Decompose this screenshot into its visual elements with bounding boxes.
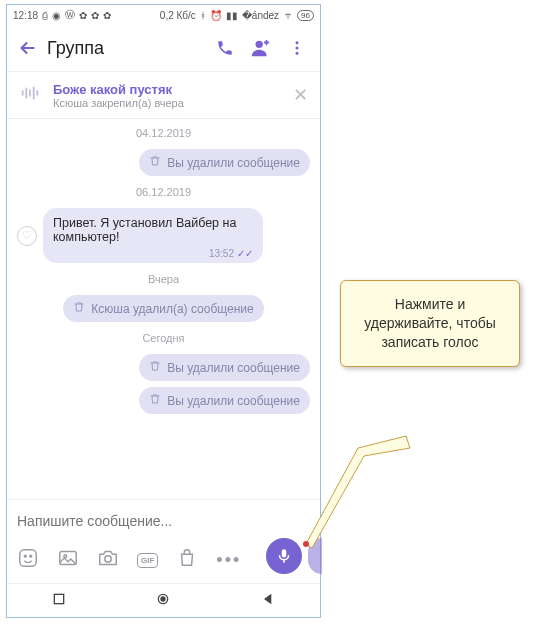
message-bubble[interactable]: Привет. Я установил Вайбер на компьютер!… [43,208,263,263]
svg-point-2 [296,47,299,50]
pinned-close-button[interactable]: ✕ [293,84,308,106]
deleted-label: Вы удалили сообщение [167,361,300,375]
nav-back[interactable] [260,591,276,611]
voice-wave-icon [19,82,41,108]
svg-point-12 [161,597,165,601]
pinned-message[interactable]: Боже какой пустяк Ксюша закрепил(а) вчер… [7,71,320,119]
trash-icon [149,360,161,375]
shop-button[interactable] [176,547,198,573]
like-button[interactable]: ♡ [17,226,37,246]
trash-icon [73,301,85,316]
attachment-row: GIF ••• [7,537,320,583]
add-user-button[interactable] [250,37,272,59]
signal-icon: ▮▮ [226,10,238,21]
camera-button[interactable] [97,547,119,573]
deleted-label: Ксюша удалил(а) сообщение [91,302,253,316]
deleted-message-bubble[interactable]: Вы удалили сообщение [139,354,310,381]
svg-point-1 [296,41,299,44]
status-bar: 12:18 ⎙ ◉ Ⓦ ✿ ✿ ✿ 0,2 Кб/с ᚼ ⏰ ▮▮ �ández… [7,5,320,25]
date-chip: 06.12.2019 [17,186,310,198]
read-receipt-icon: ✓✓ [237,248,253,259]
pinned-subtitle: Ксюша закрепил(а) вчера [53,97,281,109]
deleted-label: Вы удалили сообщение [167,156,300,170]
deleted-message-bubble[interactable]: Вы удалили сообщение [139,149,310,176]
app-bar: Группа [7,25,320,71]
alarm-icon: ⏰ [210,10,222,21]
date-chip: Сегодня [17,332,310,344]
wifi-icon-svg [283,10,293,20]
svg-rect-4 [20,550,37,567]
misc-icon: ✿ [103,10,111,21]
svg-point-0 [256,41,263,48]
android-navbar [7,583,320,617]
gif-button[interactable]: GIF [137,553,158,568]
gallery-button[interactable] [57,547,79,573]
chat-area: 04.12.2019 Вы удалили сообщение 06.12.20… [7,119,320,499]
sticker-button[interactable] [17,547,39,573]
phone-frame: 12:18 ⎙ ◉ Ⓦ ✿ ✿ ✿ 0,2 Кб/с ᚼ ⏰ ▮▮ �ández… [6,4,321,618]
send-button-edge[interactable] [308,538,322,574]
chat-title[interactable]: Группа [47,38,214,59]
date-chip: Вчера [17,273,310,285]
message-input[interactable] [17,513,310,529]
call-button[interactable] [214,37,236,59]
sync-icon: ✿ [91,10,99,21]
menu-button[interactable] [286,37,308,59]
svg-point-5 [24,555,26,557]
svg-rect-10 [54,594,63,603]
svg-point-6 [30,555,32,557]
battery-badge: 96 [297,10,314,21]
pinned-title: Боже какой пустяк [53,82,281,97]
deleted-message-bubble[interactable]: Вы удалили сообщение [139,387,310,414]
composer [7,499,320,537]
settings-icon: ✿ [79,10,87,21]
whatsapp-icon: ◉ [52,10,61,21]
message-time: 13:52 [209,248,234,259]
nav-home[interactable] [155,591,171,611]
svg-point-3 [296,52,299,55]
status-left: 12:18 ⎙ ◉ Ⓦ ✿ ✿ ✿ [13,8,111,22]
tooltip-callout: Нажмите и удерживайте, чтобы записать го… [340,280,520,367]
wifi-icon: �ández [242,10,279,21]
trash-icon [149,155,161,170]
date-chip: 04.12.2019 [17,127,310,139]
status-net: 0,2 Кб/с [160,10,196,21]
vk-icon: Ⓦ [65,8,75,22]
trash-icon [149,393,161,408]
status-time: 12:18 [13,10,38,21]
deleted-message-bubble[interactable]: Ксюша удалил(а) сообщение [63,295,263,322]
notif-icon: ⎙ [42,10,48,21]
voice-record-button[interactable] [266,538,302,574]
svg-marker-13 [306,436,410,548]
svg-point-9 [105,556,111,562]
message-text: Привет. Я установил Вайбер на компьютер! [53,216,253,244]
bluetooth-icon: ᚼ [200,10,206,21]
back-button[interactable] [15,35,41,61]
more-button[interactable]: ••• [216,550,241,571]
status-right: 0,2 Кб/с ᚼ ⏰ ▮▮ �ández 96 [160,10,314,21]
nav-recents[interactable] [51,591,67,611]
deleted-label: Вы удалили сообщение [167,394,300,408]
callout-text: Нажмите и удерживайте, чтобы записать го… [364,296,496,350]
